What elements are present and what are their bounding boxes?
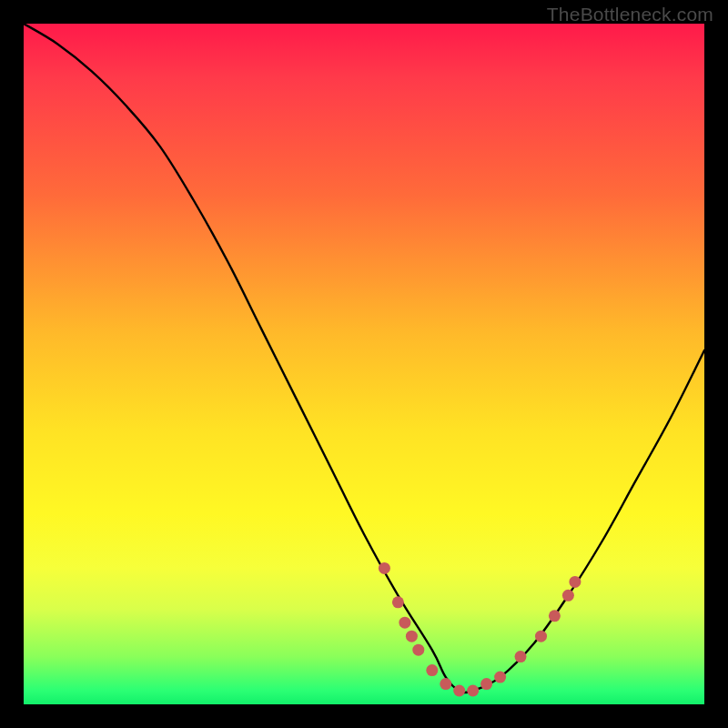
curve-marker xyxy=(480,678,492,690)
curve-marker xyxy=(562,590,574,602)
chart-svg xyxy=(24,24,704,704)
curve-marker xyxy=(426,664,438,676)
watermark-text: TheBottleneck.com xyxy=(547,4,713,25)
curve-marker xyxy=(453,685,465,697)
bottleneck-curve xyxy=(24,24,704,693)
curve-marker xyxy=(494,672,506,683)
curve-marker xyxy=(379,562,390,574)
curve-marker xyxy=(392,596,404,608)
curve-marker xyxy=(515,651,527,662)
chart-frame xyxy=(24,24,704,704)
curve-marker xyxy=(399,617,410,629)
curve-markers xyxy=(379,562,581,697)
curve-marker xyxy=(412,644,424,656)
curve-marker xyxy=(535,631,547,642)
curve-marker xyxy=(440,678,451,690)
curve-marker xyxy=(549,610,561,622)
curve-marker xyxy=(569,576,581,588)
curve-marker xyxy=(406,631,418,642)
curve-marker xyxy=(467,685,479,697)
